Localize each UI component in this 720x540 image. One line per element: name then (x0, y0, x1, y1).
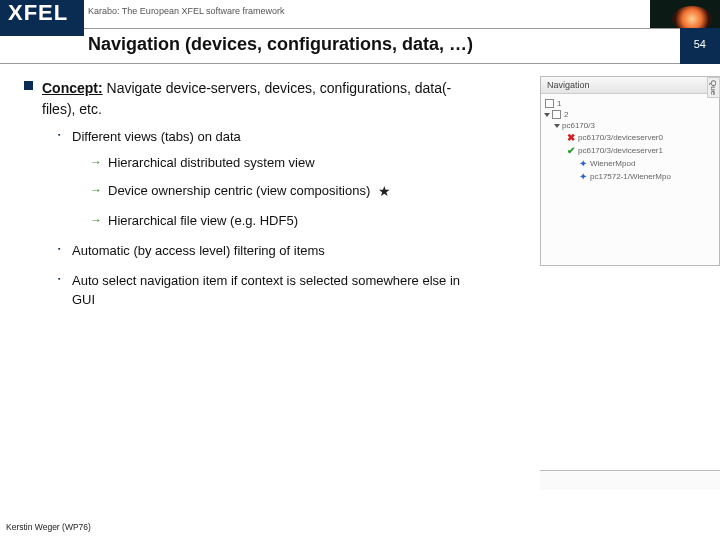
nav-tree: 1 2 pc6170/3 ✖pc6170/3/deviceserver0 ✔pc… (541, 94, 719, 187)
check-icon: ✔ (567, 145, 575, 156)
sub-bullet-2: Automatic (by access level) filtering of… (58, 242, 468, 260)
sub-bullet-3: Auto select navigation item if context i… (58, 272, 468, 308)
concept-lead: Concept: (42, 80, 103, 96)
arrow-item-2-text: Device ownership centric (view compositi… (108, 184, 370, 199)
tree-n2a: pc6170/3 (562, 121, 595, 130)
arrow-list: Hierarchical distributed system view Dev… (90, 154, 468, 230)
nav-side-tabs: Que (707, 77, 720, 100)
top-bar: Karabo: The European XFEL software frame… (0, 0, 720, 28)
sub-bullet-1: Different views (tabs) on data Hierarchi… (58, 128, 468, 230)
concept-text: Navigate device-servers, devices, config… (42, 80, 451, 117)
concept-line: Concept: Navigate device-servers, device… (24, 78, 474, 120)
title-bar: Navigation (devices, configurations, dat… (0, 28, 720, 64)
project-label: Karabo: The European XFEL software frame… (88, 6, 285, 16)
tree-n2e: pc17572-1/WienerMpo (590, 172, 671, 181)
sub-bullet-1-text: Different views (tabs) on data (72, 129, 241, 144)
page-number-box: 54 (680, 28, 720, 64)
arrow-item-1: Hierarchical distributed system view (90, 154, 468, 172)
device-icon: ✦ (579, 158, 587, 169)
device-icon: ✦ (579, 171, 587, 182)
tree-row: 2 (545, 109, 715, 120)
navigation-panel-screenshot: Navigation Que 1 2 pc6170/3 ✖pc6170/3/de… (540, 76, 720, 266)
checkbox-icon (552, 110, 561, 119)
tree-n1: 1 (557, 99, 561, 108)
x-icon: ✖ (567, 132, 575, 143)
tree-row: ✔pc6170/3/deviceserver1 (545, 144, 715, 157)
tree-n2: 2 (564, 110, 568, 119)
tree-row: pc6170/3 (545, 120, 715, 131)
arrow-item-3: Hierarchical file view (e.g. HDF5) (90, 212, 468, 230)
tree-row: 1 (545, 98, 715, 109)
arrow-item-2: Device ownership centric (view compositi… (90, 182, 468, 202)
expand-icon (544, 113, 550, 117)
checkbox-icon (545, 99, 554, 108)
tree-n2b: pc6170/3/deviceserver0 (578, 133, 663, 142)
footer-author: Kerstin Weger (WP76) (6, 522, 91, 532)
slide-title: Navigation (devices, configurations, dat… (88, 34, 473, 55)
tree-n2c: pc6170/3/deviceserver1 (578, 146, 663, 155)
bullet-square-icon (24, 81, 33, 90)
tree-row: ✦pc17572-1/WienerMpo (545, 170, 715, 183)
tree-row: ✖pc6170/3/deviceserver0 (545, 131, 715, 144)
nav-bottom-strip (540, 470, 720, 490)
page-number: 54 (694, 38, 706, 50)
star-icon: ★ (378, 182, 391, 202)
nav-header: Navigation (541, 77, 719, 94)
logo-line2: XFEL (8, 0, 68, 26)
nav-tab-right: Que (707, 77, 720, 98)
expand-icon (554, 124, 560, 128)
tree-n2d: WienerMpod (590, 159, 635, 168)
xfel-logo: European XFEL (0, 0, 84, 36)
tree-row: ✦WienerMpod (545, 157, 715, 170)
